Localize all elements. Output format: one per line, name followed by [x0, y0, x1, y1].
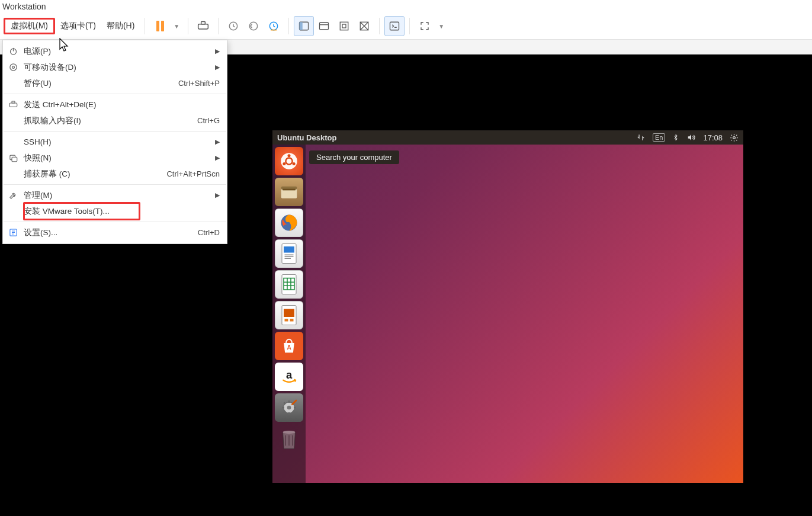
vm-dropdown-menu: 电源(P) ▶ 可移动设备(D) ▶ 暂停(U) Ctrl+Shift+P 发送… [2, 40, 227, 244]
clock[interactable]: 17:08 [703, 133, 723, 142]
document-icon [280, 243, 299, 264]
svg-rect-54 [292, 435, 293, 446]
amazon-icon: a [279, 367, 299, 387]
menu-send-cad-label: 发送 Ctrl+Alt+Del(E) [24, 100, 220, 110]
view-single-button[interactable] [314, 16, 334, 36]
snapshot-revert-button[interactable] [243, 16, 264, 36]
fullscreen-dropdown-caret[interactable]: ▼ [435, 23, 448, 30]
keyboard-icon [8, 100, 18, 110]
menu-removable[interactable]: 可移动设备(D) ▶ [3, 59, 227, 75]
settings-icon [8, 227, 18, 238]
menu-manage[interactable]: 管理(M) ▶ [3, 187, 227, 203]
menu-install-tools-label: 安装 VMware Tools(T)... [24, 206, 220, 217]
menu-power[interactable]: 电源(P) ▶ [3, 43, 227, 59]
send-cad-button[interactable] [193, 16, 213, 36]
guest-top-bar[interactable]: Ubuntu Desktop En 17:08 [272, 130, 743, 145]
menu-pause-accel: Ctrl+Shift+P [178, 79, 220, 88]
svg-point-26 [283, 162, 285, 165]
toolbar-separator [288, 18, 289, 34]
menu-vm[interactable]: 虚拟机(M) [4, 18, 55, 34]
svg-point-50 [287, 406, 291, 410]
launcher-writer[interactable] [275, 239, 303, 268]
menu-pause-label: 暂停(U) [24, 78, 173, 89]
pause-icon [156, 21, 164, 31]
snapshot-manager-button[interactable] [264, 16, 284, 36]
firefox-icon [278, 212, 300, 233]
launcher-calc[interactable] [275, 270, 303, 299]
bluetooth-icon[interactable] [672, 133, 679, 142]
menu-send-cad[interactable]: 发送 Ctrl+Alt+Del(E) [3, 97, 227, 113]
svg-point-27 [293, 162, 296, 165]
fullscreen-icon [419, 21, 430, 31]
svg-rect-44 [284, 309, 294, 318]
svg-point-16 [12, 66, 14, 69]
gear-icon[interactable] [730, 133, 739, 142]
fullscreen-button[interactable] [415, 16, 435, 36]
presentation-icon [280, 305, 299, 326]
menu-help[interactable]: 帮助(H) [101, 18, 140, 34]
launcher-amazon[interactable]: a [275, 363, 303, 391]
launcher-files[interactable] [275, 178, 303, 206]
network-icon[interactable] [636, 133, 646, 142]
menu-settings[interactable]: 设置(S)... Ctrl+D [3, 225, 227, 241]
guest-top-bar-title: Ubuntu Desktop [277, 133, 636, 142]
console-button[interactable] [384, 16, 405, 36]
launcher-firefox[interactable] [275, 209, 303, 237]
menu-tabs[interactable]: 选项卡(T) [55, 18, 101, 34]
submenu-arrow-icon: ▶ [215, 154, 220, 162]
menu-capture-screen[interactable]: 捕获屏幕 (C) Ctrl+Alt+PrtScn [3, 166, 227, 182]
menu-ssh[interactable]: SSH(H) ▶ [3, 134, 227, 150]
svg-rect-18 [12, 101, 15, 103]
svg-rect-1 [201, 22, 206, 24]
fit-icon [339, 21, 349, 31]
volume-icon[interactable] [686, 133, 696, 142]
svg-rect-45 [285, 319, 288, 322]
app-title: Workstation [0, 0, 812, 13]
menu-pause[interactable]: 暂停(U) Ctrl+Shift+P [3, 75, 227, 91]
menu-settings-accel: Ctrl+D [198, 228, 220, 237]
svg-text:a: a [286, 368, 293, 381]
clock-manage-icon [268, 20, 280, 32]
submenu-arrow-icon: ▶ [215, 47, 220, 55]
menu-settings-label: 设置(S)... [24, 227, 192, 238]
svg-rect-6 [300, 22, 303, 30]
guest-indicators: En 17:08 [636, 133, 739, 142]
svg-rect-53 [288, 435, 290, 446]
guest-tooltip: Search your computer [309, 150, 399, 164]
view-fit-button[interactable] [334, 16, 354, 36]
menu-grab-input[interactable]: 抓取输入内容(I) Ctrl+G [3, 113, 227, 129]
svg-point-15 [9, 64, 16, 70]
submenu-arrow-icon: ▶ [215, 138, 220, 146]
spreadsheet-icon [280, 274, 299, 295]
clock-icon [227, 20, 239, 32]
menu-ssh-label: SSH(H) [24, 137, 210, 146]
launcher-impress[interactable] [275, 301, 303, 329]
menu-install-vmware-tools[interactable]: 安装 VMware Tools(T)... [3, 203, 227, 219]
power-dropdown-caret[interactable]: ▼ [170, 23, 183, 30]
pause-vm-button[interactable] [150, 16, 170, 36]
power-icon [8, 46, 18, 57]
view-sidebar-button[interactable] [294, 16, 314, 36]
language-indicator[interactable]: En [653, 133, 665, 142]
svg-rect-52 [285, 435, 286, 446]
launcher-software[interactable]: A [275, 332, 303, 360]
svg-rect-17 [9, 103, 17, 107]
menu-snapshot[interactable]: 快照(N) ▶ [3, 150, 227, 166]
menu-separator [4, 222, 226, 222]
menu-capture-accel: Ctrl+Alt+PrtScn [166, 169, 220, 178]
launcher-trash[interactable] [275, 424, 303, 453]
submenu-arrow-icon: ▶ [215, 63, 220, 71]
view-free-button[interactable] [354, 16, 374, 36]
guest-desktop[interactable]: Ubuntu Desktop En 17:08 A a Search your … [272, 130, 743, 483]
svg-rect-46 [290, 319, 294, 322]
ubuntu-icon [280, 152, 298, 170]
snapshot-take-button[interactable] [223, 16, 243, 36]
menu-bar: 虚拟机(M) 选项卡(T) 帮助(H) ▼ ▼ [0, 13, 812, 40]
toolbar-separator [379, 18, 380, 34]
clock-back-icon [248, 20, 259, 32]
launcher-dash[interactable] [275, 147, 303, 175]
menu-grab-accel: Ctrl+G [197, 116, 220, 125]
svg-rect-0 [198, 24, 208, 29]
disc-icon [8, 62, 18, 73]
launcher-settings[interactable] [275, 393, 303, 422]
